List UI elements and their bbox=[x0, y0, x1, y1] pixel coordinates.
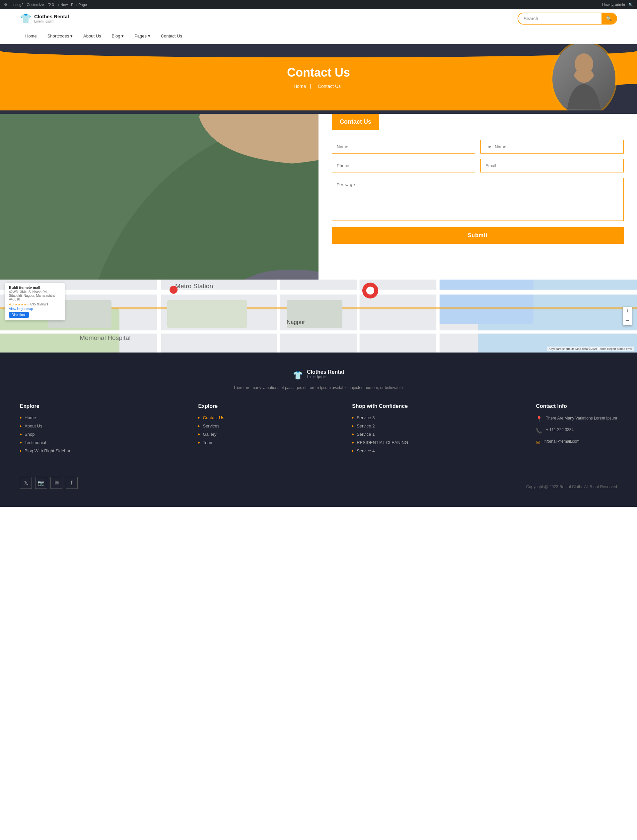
footer-address-item: 📍 There Are Many Variations Lorem Ipsum bbox=[536, 415, 617, 422]
footer-explore2-item-team[interactable]: Team bbox=[198, 440, 224, 445]
footer-shop-item-0[interactable]: Service 3 bbox=[352, 415, 408, 420]
hero-content: Contact Us Home | Contact Us bbox=[20, 66, 617, 89]
footer-explore2-item-contact[interactable]: Contact Us bbox=[198, 415, 224, 420]
footer-logo-icon: 👕 bbox=[293, 371, 303, 380]
map-zoom-controls: + − bbox=[623, 307, 632, 325]
instagram-link[interactable]: 📷 bbox=[35, 477, 47, 489]
view-larger-map-link[interactable]: View larger map bbox=[9, 307, 61, 311]
search-input[interactable] bbox=[518, 13, 602, 24]
directions-button[interactable]: Directions bbox=[9, 312, 29, 318]
footer-shop-item-4[interactable]: Service 4 bbox=[352, 448, 408, 453]
hero-image bbox=[551, 44, 617, 111]
svg-text:Metro Station: Metro Station bbox=[175, 283, 213, 289]
new-item-link[interactable]: + New bbox=[57, 3, 68, 6]
map-section: Metro Station Nagpur Shukrawari Lake Mem… bbox=[0, 279, 637, 352]
admin-bar-right: Howdy, admin 🔍 bbox=[602, 3, 633, 7]
footer-explore1-item-2[interactable]: Shop bbox=[20, 432, 70, 437]
logo-text: Clothes Rental Lorem Ipsum. bbox=[34, 14, 69, 23]
footer-explore2-list: Contact Us Services Gallery Team bbox=[198, 415, 224, 445]
footer-location-icon: 📍 bbox=[536, 416, 542, 422]
wp-icon: ⚙ bbox=[4, 3, 7, 7]
hero-title: Contact Us bbox=[20, 66, 617, 80]
facebook-link[interactable]: f bbox=[66, 477, 77, 489]
footer-phone-item: 📞 + 111 222 3334 bbox=[536, 427, 617, 434]
message-textarea[interactable] bbox=[332, 178, 624, 221]
footer-social: 𝕏 📷 ✉ f bbox=[20, 477, 77, 489]
footer-explore1-item-4[interactable]: Blog With Right Sidebar bbox=[20, 448, 70, 453]
name-row bbox=[332, 140, 624, 153]
svg-point-22 bbox=[366, 287, 374, 294]
phone-email-row bbox=[332, 159, 624, 172]
footer-email-item: ✉ infomail@email.com bbox=[536, 438, 617, 445]
hero-breadcrumb: Home | Contact Us bbox=[20, 84, 617, 89]
nav-about[interactable]: About Us bbox=[78, 28, 106, 44]
footer-shop-item-1[interactable]: Service 2 bbox=[352, 423, 408, 428]
map-location-title: Buldi itemetv mall bbox=[9, 286, 61, 289]
hero-banner: Contact Us Home | Contact Us bbox=[0, 44, 637, 111]
map-info-box: Buldi itemetv mall 42WD+3M4, Subhash Rd,… bbox=[5, 283, 65, 321]
footer-address-text: There Are Many Variations Lorem Ipsum bbox=[546, 415, 617, 421]
search-submit-button[interactable]: 🔍 bbox=[602, 13, 616, 24]
site-footer: 👕 Clothes Rental Lorem Ipsum. There are … bbox=[0, 352, 637, 507]
footer-explore1-item-1[interactable]: About Us bbox=[20, 423, 70, 428]
svg-rect-9 bbox=[438, 279, 533, 324]
twitter-link[interactable]: 𝕏 bbox=[20, 477, 32, 489]
contact-section: Get In Touch With Us 📞 111-222-3333 ✉ in… bbox=[0, 114, 637, 279]
footer-explore1-item-3[interactable]: Testimonial bbox=[20, 440, 70, 445]
footer-explore2-item-services[interactable]: Services bbox=[198, 423, 224, 428]
breadcrumb-current: Contact Us bbox=[318, 84, 341, 89]
footer-shop-item-2[interactable]: Service 1 bbox=[352, 432, 408, 437]
site-header: 👕 Clothes Rental Lorem Ipsum. 🔍 bbox=[0, 9, 637, 28]
footer-phone-icon: 📞 bbox=[536, 428, 542, 434]
admin-search-icon[interactable]: 🔍 bbox=[628, 3, 633, 7]
comments-count: 🗨 3 bbox=[47, 3, 54, 6]
footer-shop-heading: Shop with Confidence bbox=[352, 403, 408, 409]
svg-text:Nagpur: Nagpur bbox=[287, 319, 305, 325]
name-input[interactable] bbox=[332, 140, 475, 153]
footer-explore2-item-gallery[interactable]: Gallery bbox=[198, 432, 224, 437]
breadcrumb-home[interactable]: Home bbox=[294, 84, 306, 89]
main-nav: Home Shortcodes ▾ About Us Blog ▾ Pages … bbox=[0, 28, 637, 44]
breadcrumb-separator: | bbox=[310, 84, 311, 89]
hero-person-image bbox=[552, 44, 615, 111]
customize-link[interactable]: Customize bbox=[27, 3, 44, 6]
map-zoom-out-button[interactable]: − bbox=[623, 316, 632, 325]
submit-button[interactable]: Submit bbox=[332, 227, 624, 244]
footer-explore1-item-0[interactable]: Home bbox=[20, 415, 70, 420]
search-form: 🔍 bbox=[518, 13, 617, 25]
footer-logo: 👕 Clothes Rental Lorem Ipsum. bbox=[20, 369, 617, 380]
accent-strip bbox=[0, 111, 637, 114]
hero-wave-top bbox=[0, 44, 637, 57]
email-input[interactable] bbox=[481, 159, 624, 172]
nav-shortcodes[interactable]: Shortcodes ▾ bbox=[42, 28, 78, 44]
svg-text:Memorial Hospital: Memorial Hospital bbox=[80, 334, 131, 341]
svg-rect-19 bbox=[167, 300, 247, 328]
footer-shop-item-3[interactable]: RESIDENTIAL CLEANING bbox=[352, 440, 408, 445]
nav-blog[interactable]: Blog ▾ bbox=[106, 28, 130, 44]
nav-home[interactable]: Home bbox=[20, 28, 42, 44]
phone-input[interactable] bbox=[332, 159, 475, 172]
footer-email-text: infomail@email.com bbox=[544, 438, 579, 444]
svg-point-27 bbox=[169, 286, 177, 294]
email-social-link[interactable]: ✉ bbox=[51, 477, 62, 489]
map-rating: 4.0 ★★★★☆ 695 reviews bbox=[9, 302, 61, 306]
map-address: 42WD+3M4, Subhash Rd, Sitabuldi, Nagpur,… bbox=[9, 290, 61, 301]
site-name[interactable]: testing2 bbox=[11, 3, 24, 6]
logo-icon: 👕 bbox=[20, 13, 32, 24]
admin-bar-left: ⚙ testing2 Customize 🗨 3 + New Edit Page bbox=[4, 3, 87, 7]
footer-columns: Explore Home About Us Shop Testimonial B… bbox=[20, 403, 617, 456]
copyright-text: Copyright @ 2023 Rental Cloths All Right… bbox=[526, 485, 617, 489]
nav-pages[interactable]: Pages ▾ bbox=[129, 28, 155, 44]
last-name-input[interactable] bbox=[481, 140, 624, 153]
map-zoom-in-button[interactable]: + bbox=[623, 307, 632, 316]
footer-email-icon: ✉ bbox=[536, 439, 540, 445]
edit-page-link[interactable]: Edit Page bbox=[71, 3, 87, 6]
footer-shop: Shop with Confidence Service 3 Service 2… bbox=[352, 403, 408, 456]
footer-contact-info: Contact Info 📍 There Are Many Variations… bbox=[536, 403, 617, 456]
footer-shop-list: Service 3 Service 2 Service 1 RESIDENTIA… bbox=[352, 415, 408, 453]
footer-explore2-heading: Explore bbox=[198, 403, 224, 409]
howdy-text: Howdy, admin bbox=[602, 3, 625, 6]
footer-explore1-heading: Explore bbox=[20, 403, 70, 409]
footer-description: There are many variations of passages of… bbox=[20, 385, 617, 390]
nav-contact[interactable]: Contact Us bbox=[156, 28, 187, 44]
